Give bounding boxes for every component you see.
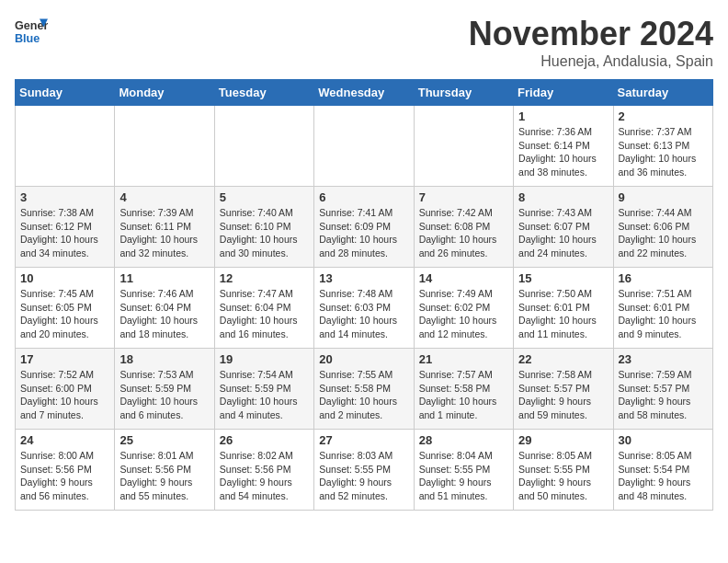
day-info: Sunrise: 7:51 AM Sunset: 6:01 PM Dayligh… [619, 287, 708, 341]
day-number: 11 [119, 271, 209, 285]
day-number: 9 [619, 190, 708, 204]
calendar-cell: 29Sunrise: 8:05 AM Sunset: 5:55 PM Dayli… [514, 430, 613, 511]
day-info: Sunrise: 7:36 AM Sunset: 6:14 PM Dayligh… [518, 125, 608, 179]
day-number: 22 [518, 352, 608, 366]
day-number: 29 [518, 433, 608, 447]
calendar-cell [16, 106, 115, 187]
calendar-cell: 26Sunrise: 8:02 AM Sunset: 5:56 PM Dayli… [214, 430, 313, 511]
calendar-cell [414, 106, 513, 187]
day-info: Sunrise: 8:05 AM Sunset: 5:54 PM Dayligh… [619, 449, 708, 503]
day-info: Sunrise: 7:47 AM Sunset: 6:04 PM Dayligh… [220, 287, 309, 341]
day-info: Sunrise: 7:45 AM Sunset: 6:05 PM Dayligh… [20, 287, 109, 341]
calendar-cell: 11Sunrise: 7:46 AM Sunset: 6:04 PM Dayli… [115, 268, 214, 349]
day-info: Sunrise: 7:39 AM Sunset: 6:11 PM Dayligh… [119, 206, 209, 260]
day-number: 21 [419, 352, 508, 366]
day-info: Sunrise: 8:03 AM Sunset: 5:55 PM Dayligh… [319, 449, 408, 503]
calendar-cell: 9Sunrise: 7:44 AM Sunset: 6:06 PM Daylig… [613, 187, 712, 268]
calendar-week-5: 24Sunrise: 8:00 AM Sunset: 5:56 PM Dayli… [16, 430, 713, 511]
calendar-week-1: 1Sunrise: 7:36 AM Sunset: 6:14 PM Daylig… [16, 106, 713, 187]
calendar-cell [115, 106, 214, 187]
calendar-cell: 15Sunrise: 7:50 AM Sunset: 6:01 PM Dayli… [514, 268, 613, 349]
month-title: November 2024 [469, 15, 713, 53]
calendar-week-4: 17Sunrise: 7:52 AM Sunset: 6:00 PM Dayli… [16, 349, 713, 430]
day-number: 2 [619, 109, 708, 123]
day-info: Sunrise: 7:52 AM Sunset: 6:00 PM Dayligh… [20, 368, 109, 422]
day-number: 7 [419, 190, 508, 204]
calendar-cell: 7Sunrise: 7:42 AM Sunset: 6:08 PM Daylig… [414, 187, 513, 268]
calendar-cell: 6Sunrise: 7:41 AM Sunset: 6:09 PM Daylig… [314, 187, 414, 268]
day-number: 8 [518, 190, 608, 204]
day-number: 14 [419, 271, 508, 285]
day-number: 23 [619, 352, 708, 366]
day-info: Sunrise: 8:01 AM Sunset: 5:56 PM Dayligh… [119, 449, 209, 503]
day-number: 30 [619, 433, 708, 447]
day-number: 19 [220, 352, 309, 366]
calendar-cell: 16Sunrise: 7:51 AM Sunset: 6:01 PM Dayli… [613, 268, 712, 349]
calendar-cell: 5Sunrise: 7:40 AM Sunset: 6:10 PM Daylig… [214, 187, 313, 268]
weekday-header-thursday: Thursday [414, 80, 513, 106]
calendar-cell: 3Sunrise: 7:38 AM Sunset: 6:12 PM Daylig… [16, 187, 115, 268]
calendar-cell: 23Sunrise: 7:59 AM Sunset: 5:57 PM Dayli… [613, 349, 712, 430]
calendar-cell: 27Sunrise: 8:03 AM Sunset: 5:55 PM Dayli… [314, 430, 414, 511]
weekday-header-friday: Friday [514, 80, 613, 106]
day-info: Sunrise: 7:55 AM Sunset: 5:58 PM Dayligh… [319, 368, 408, 422]
day-number: 24 [20, 433, 109, 447]
calendar-cell: 28Sunrise: 8:04 AM Sunset: 5:55 PM Dayli… [414, 430, 513, 511]
calendar-cell: 22Sunrise: 7:58 AM Sunset: 5:57 PM Dayli… [514, 349, 613, 430]
day-number: 3 [20, 190, 109, 204]
day-number: 12 [220, 271, 309, 285]
day-number: 1 [518, 109, 608, 123]
day-info: Sunrise: 7:43 AM Sunset: 6:07 PM Dayligh… [518, 206, 608, 260]
day-info: Sunrise: 7:40 AM Sunset: 6:10 PM Dayligh… [220, 206, 309, 260]
day-number: 13 [319, 271, 408, 285]
day-number: 5 [220, 190, 309, 204]
calendar-cell: 12Sunrise: 7:47 AM Sunset: 6:04 PM Dayli… [214, 268, 313, 349]
day-number: 10 [20, 271, 109, 285]
calendar-cell: 20Sunrise: 7:55 AM Sunset: 5:58 PM Dayli… [314, 349, 414, 430]
calendar-cell: 18Sunrise: 7:53 AM Sunset: 5:59 PM Dayli… [115, 349, 214, 430]
calendar-cell [314, 106, 414, 187]
calendar-cell: 21Sunrise: 7:57 AM Sunset: 5:58 PM Dayli… [414, 349, 513, 430]
location-title: Hueneja, Andalusia, Spain [469, 53, 713, 70]
calendar-cell: 8Sunrise: 7:43 AM Sunset: 6:07 PM Daylig… [514, 187, 613, 268]
logo-icon: General Blue [15, 15, 48, 48]
day-number: 20 [319, 352, 408, 366]
day-info: Sunrise: 7:50 AM Sunset: 6:01 PM Dayligh… [518, 287, 608, 341]
day-info: Sunrise: 7:41 AM Sunset: 6:09 PM Dayligh… [319, 206, 408, 260]
weekday-header-saturday: Saturday [613, 80, 712, 106]
weekday-header-tuesday: Tuesday [214, 80, 313, 106]
weekday-header-sunday: Sunday [16, 80, 115, 106]
day-number: 15 [518, 271, 608, 285]
day-info: Sunrise: 8:02 AM Sunset: 5:56 PM Dayligh… [220, 449, 309, 503]
calendar-table: SundayMondayTuesdayWednesdayThursdayFrid… [15, 79, 713, 511]
calendar-cell: 4Sunrise: 7:39 AM Sunset: 6:11 PM Daylig… [115, 187, 214, 268]
calendar-cell: 1Sunrise: 7:36 AM Sunset: 6:14 PM Daylig… [514, 106, 613, 187]
weekday-header-wednesday: Wednesday [314, 80, 414, 106]
day-number: 4 [119, 190, 209, 204]
day-number: 26 [220, 433, 309, 447]
day-info: Sunrise: 7:54 AM Sunset: 5:59 PM Dayligh… [220, 368, 309, 422]
calendar-cell: 10Sunrise: 7:45 AM Sunset: 6:05 PM Dayli… [16, 268, 115, 349]
day-number: 17 [20, 352, 109, 366]
day-info: Sunrise: 7:37 AM Sunset: 6:13 PM Dayligh… [619, 125, 708, 179]
calendar-week-2: 3Sunrise: 7:38 AM Sunset: 6:12 PM Daylig… [16, 187, 713, 268]
calendar-cell: 30Sunrise: 8:05 AM Sunset: 5:54 PM Dayli… [613, 430, 712, 511]
day-info: Sunrise: 7:38 AM Sunset: 6:12 PM Dayligh… [20, 206, 109, 260]
calendar-week-3: 10Sunrise: 7:45 AM Sunset: 6:05 PM Dayli… [16, 268, 713, 349]
weekday-header-row: SundayMondayTuesdayWednesdayThursdayFrid… [16, 80, 713, 106]
day-info: Sunrise: 7:59 AM Sunset: 5:57 PM Dayligh… [619, 368, 708, 422]
day-info: Sunrise: 7:42 AM Sunset: 6:08 PM Dayligh… [419, 206, 508, 260]
day-number: 16 [619, 271, 708, 285]
day-number: 6 [319, 190, 408, 204]
calendar-cell: 13Sunrise: 7:48 AM Sunset: 6:03 PM Dayli… [314, 268, 414, 349]
day-info: Sunrise: 7:53 AM Sunset: 5:59 PM Dayligh… [119, 368, 209, 422]
day-number: 25 [119, 433, 209, 447]
day-info: Sunrise: 7:48 AM Sunset: 6:03 PM Dayligh… [319, 287, 408, 341]
calendar-cell [214, 106, 313, 187]
calendar-cell: 19Sunrise: 7:54 AM Sunset: 5:59 PM Dayli… [214, 349, 313, 430]
day-info: Sunrise: 8:04 AM Sunset: 5:55 PM Dayligh… [419, 449, 508, 503]
day-number: 18 [119, 352, 209, 366]
day-info: Sunrise: 7:44 AM Sunset: 6:06 PM Dayligh… [619, 206, 708, 260]
weekday-header-monday: Monday [115, 80, 214, 106]
title-area: November 2024 Hueneja, Andalusia, Spain [469, 15, 713, 70]
